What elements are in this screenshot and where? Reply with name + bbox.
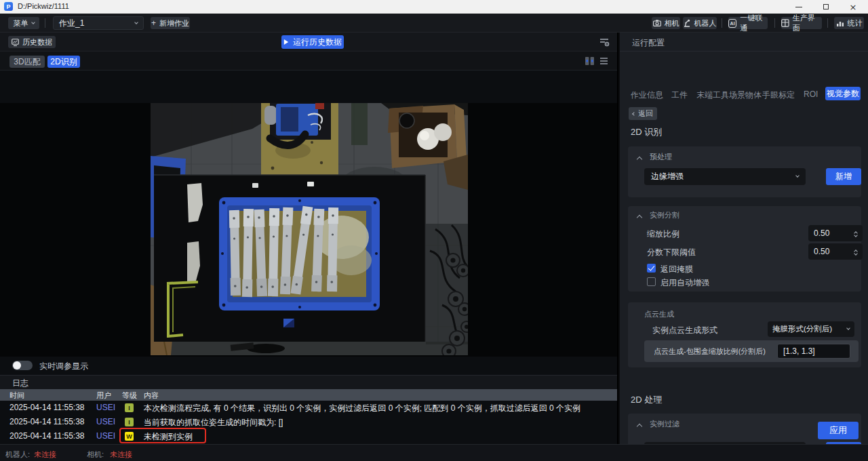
chevron-down-icon <box>846 326 850 330</box>
pointcloud-form-value: 掩膜形式(分割后) <box>772 324 847 334</box>
pointcloud-title: 点云生成 <box>644 309 674 319</box>
pointcloud-card: 点云生成 实例点云生成形式 掩膜形式(分割后) 点云生成-包围盒缩放比例(分割后… <box>628 302 861 367</box>
score-value: 0.50 <box>814 247 829 256</box>
new-job-label: 新增作业 <box>159 18 189 28</box>
collapse-icon[interactable] <box>637 215 642 220</box>
tab-2d-label: 2D识别 <box>50 56 77 68</box>
scale-spinner[interactable]: 0.50 <box>808 225 863 241</box>
config-panel: 运行配置 作业信息 工件 末端工具 场景物体 手眼标定 ROI 视觉参数 返回 … <box>618 33 868 444</box>
log-level-badge: I <box>125 403 134 412</box>
tab-2d-recognition[interactable]: 2D识别 <box>47 56 80 68</box>
toggle-track <box>12 361 33 370</box>
log-title-bar: 日志 <box>0 375 617 389</box>
score-spinner[interactable]: 0.50 <box>808 243 863 260</box>
tab-hand-eye-calib[interactable]: 手眼标定 <box>762 89 795 101</box>
log-row: 2025-04-14 11:55:38 USEI I 当前获取的抓取位姿生成的时… <box>0 415 617 429</box>
restore-icon <box>823 4 829 9</box>
collapse-icon[interactable] <box>637 424 642 429</box>
auto-enhance-checkbox[interactable] <box>647 277 656 286</box>
camera-icon <box>653 20 661 26</box>
chevron-down-icon <box>31 20 35 24</box>
preprocess-select-value: 边缘增强 <box>651 171 796 182</box>
pointcloud-bbox-label: 点云生成-包围盒缩放比例(分割后) <box>654 346 766 357</box>
instance-seg-card: 实例分割 缩放比例 0.50 分数下限阈值 0.50 返回掩膜 启用自动增强 <box>628 206 861 292</box>
ai-link-button[interactable]: AI 一键联通 <box>728 17 768 29</box>
robot-button[interactable]: 机器人 <box>683 17 717 29</box>
close-button[interactable]: × <box>843 0 863 14</box>
log-time: 2025-04-14 11:55:38 <box>9 403 85 412</box>
spin-down-icon[interactable] <box>854 252 858 256</box>
ai-icon: AI <box>728 19 736 28</box>
tab-job-info[interactable]: 作业信息 <box>631 89 663 101</box>
log-user: USEI <box>96 403 115 412</box>
score-label: 分数下限阈值 <box>647 247 696 258</box>
new-job-button[interactable]: +新增作业 <box>151 17 190 29</box>
scale-value: 0.50 <box>814 228 829 238</box>
menu-label: 菜单 <box>14 18 28 28</box>
log-col-time: 时间 <box>9 390 24 401</box>
preprocess-card: 预处理 边缘增强 新增 <box>628 146 861 197</box>
log-time: 2025-04-14 11:55:38 <box>9 417 85 426</box>
run-history-button[interactable]: 运行历史数据 <box>281 35 344 49</box>
toolbar-divider <box>774 18 775 28</box>
chevron-down-icon <box>134 20 138 24</box>
log-content: 当前获取的抓取位姿生成的时间戳为: [] <box>144 417 283 428</box>
log-col-level: 等级 <box>122 390 137 401</box>
log-col-content: 内容 <box>144 390 159 401</box>
tab-end-tool[interactable]: 末端工具 <box>696 89 729 101</box>
config-title: 运行配置 <box>632 37 665 49</box>
production-button[interactable]: 生产界面 <box>781 17 822 29</box>
realtime-toggle-label: 实时调参显示 <box>39 361 88 372</box>
toolbar-divider <box>45 18 45 28</box>
history-data-button[interactable]: 历史数据 <box>8 36 56 48</box>
config-header: 运行配置 <box>620 33 868 52</box>
image-viewport[interactable] <box>0 103 617 357</box>
spin-down-icon[interactable] <box>854 233 858 237</box>
app-logo-icon: P <box>4 2 13 11</box>
history-data-label: 历史数据 <box>22 37 52 47</box>
preprocess-select[interactable]: 边缘增强 <box>644 168 806 185</box>
minimize-button[interactable] <box>789 0 809 14</box>
log-user: USEI <box>96 417 115 426</box>
section-2d-recognition: 2D 识别 <box>631 126 662 138</box>
pointcloud-form-select[interactable]: 掩膜形式(分割后) <box>768 321 854 337</box>
tab-3d-match[interactable]: 3D匹配 <box>9 56 45 68</box>
instance-filter-title: 实例过滤 <box>650 419 679 429</box>
title-bar: P D:/Pickwiz/1111 × <box>0 0 868 14</box>
preprocess-add-button[interactable]: 新增 <box>826 168 861 185</box>
apply-button[interactable]: 应用 <box>818 422 859 439</box>
log-time: 2025-04-14 11:55:38 <box>9 431 85 441</box>
tab-scene-object[interactable]: 场景物体 <box>729 89 762 101</box>
back-label: 返回 <box>638 108 653 119</box>
tab-roi[interactable]: ROI <box>804 89 818 99</box>
back-button[interactable]: 返回 <box>629 107 657 120</box>
play-icon <box>284 39 288 45</box>
preprocess-title: 预处理 <box>650 152 672 162</box>
tab-workpiece[interactable]: 工件 <box>671 89 688 101</box>
restore-button[interactable] <box>816 0 836 14</box>
tab-3d-label: 3D匹配 <box>14 56 40 68</box>
pointcloud-bbox-panel: 点云生成-包围盒缩放比例(分割后) [1.3, 1.3] <box>644 340 859 362</box>
log-level-badge: I <box>125 418 134 426</box>
compare-view-icon[interactable] <box>585 56 595 66</box>
toggle-knob <box>13 361 21 369</box>
robot-label: 机器人 <box>694 18 717 28</box>
tab-vision-params[interactable]: 视觉参数 <box>825 87 861 100</box>
collapse-icon[interactable] <box>637 157 642 162</box>
log-title: 日志 <box>12 378 28 389</box>
instance-seg-title: 实例分割 <box>650 210 679 220</box>
menu-list-icon[interactable] <box>599 57 608 65</box>
realtime-toggle[interactable] <box>12 361 33 370</box>
stats-button[interactable]: 统计 <box>834 17 864 29</box>
camera-button[interactable]: 相机 <box>652 17 680 29</box>
job-select[interactable]: 作业_1 <box>53 16 144 30</box>
viewer-panel: 历史数据 运行历史数据 3D匹配 2D识别 <box>0 33 617 444</box>
run-history-label: 运行历史数据 <box>293 37 342 48</box>
log-content: 本次检测流程完成, 有 0 个结果，识别出 0 个实例，实例过滤后返回 0 个实… <box>144 403 580 414</box>
display-settings-icon[interactable] <box>599 37 610 47</box>
robot-status-value: 未连接 <box>34 449 56 460</box>
pointcloud-bbox-input[interactable]: [1.3, 1.3] <box>777 344 850 359</box>
auto-enhance-label: 启用自动增强 <box>660 277 709 289</box>
return-mask-checkbox[interactable] <box>647 264 656 273</box>
menu-button[interactable]: 菜单 <box>8 17 39 29</box>
